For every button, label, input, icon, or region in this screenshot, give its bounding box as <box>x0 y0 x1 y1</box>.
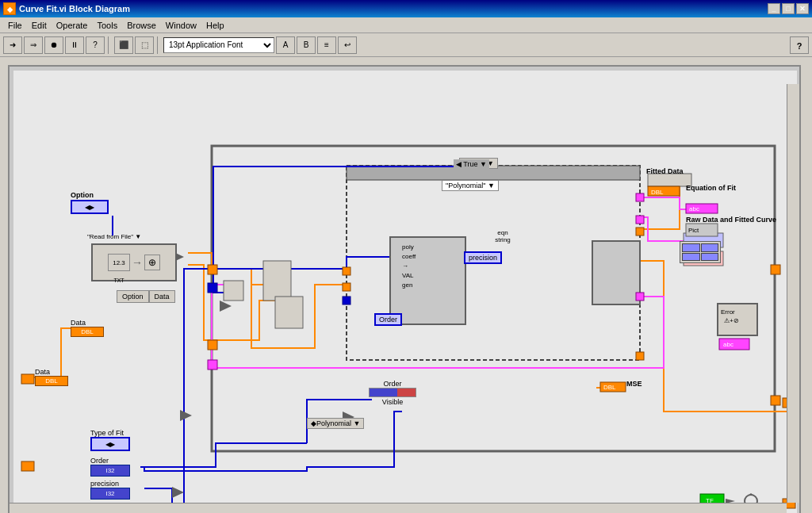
step-over-button[interactable]: ⬛ <box>114 36 133 54</box>
read-file-label: "Read from File" ▼ <box>87 233 141 240</box>
mse-label: MSE <box>626 380 642 388</box>
svg-rect-37 <box>686 204 718 213</box>
eqn-string-label: eqnstring <box>487 229 519 243</box>
option-control[interactable]: ◀▶ <box>71 200 109 214</box>
run-arrow-button[interactable]: ➜ <box>3 36 22 54</box>
window-controls[interactable]: _ □ ✕ <box>768 3 809 14</box>
fitted-data-label: Fitted Data <box>646 167 684 175</box>
close-button[interactable]: ✕ <box>796 3 809 14</box>
svg-rect-26 <box>343 297 350 304</box>
svg-text:gen: gen <box>402 281 412 289</box>
svg-rect-35 <box>648 186 680 196</box>
svg-rect-29 <box>636 216 644 224</box>
option-data-tabs[interactable]: Option Data <box>117 290 175 303</box>
svg-rect-21 <box>208 360 217 369</box>
data-tab[interactable]: Data <box>149 290 175 303</box>
title-bar: ◆ Curve Fit.vi Block Diagram _ □ ✕ <box>0 0 812 17</box>
menu-operate[interactable]: Operate <box>52 19 93 32</box>
xy-graph-cluster <box>680 241 721 263</box>
svg-rect-43 <box>718 304 757 335</box>
svg-rect-12 <box>224 281 243 301</box>
menu-file[interactable]: File <box>3 19 27 32</box>
svg-text:⚠+⊘: ⚠+⊘ <box>724 317 739 324</box>
menu-window[interactable]: Window <box>161 19 201 32</box>
order-node[interactable]: Order <box>374 313 402 326</box>
data-dbl-ctrl[interactable]: DBL <box>71 327 104 337</box>
order-ctrl-label: Order <box>90 457 109 465</box>
precision-ctrl-label: precision <box>90 480 119 488</box>
data-dbl-ind: DBL <box>35 376 68 386</box>
svg-rect-31 <box>636 352 644 360</box>
font-bold-btn[interactable]: B <box>297 36 316 54</box>
svg-rect-30 <box>636 293 644 301</box>
svg-text:coeff: coeff <box>402 253 416 260</box>
menu-help[interactable]: Help <box>201 19 229 32</box>
app-icon: ◆ <box>3 2 16 15</box>
svg-text:VAL: VAL <box>402 272 414 279</box>
svg-rect-24 <box>343 267 350 275</box>
run-broken-button[interactable]: ⇒ <box>24 36 43 54</box>
svg-marker-52 <box>748 493 754 496</box>
menu-bar: File Edit Operate Tools Browse Window He… <box>0 17 812 33</box>
menu-tools[interactable]: Tools <box>92 19 122 32</box>
precision-i32-ctrl[interactable]: I32 <box>90 488 130 500</box>
equation-of-fit-label: Equation of Fit <box>686 184 736 192</box>
precision-node[interactable]: precision <box>464 251 502 264</box>
horizontal-scrollbar[interactable] <box>10 503 787 513</box>
svg-text:DBL: DBL <box>651 189 664 196</box>
vertical-scrollbar[interactable] <box>787 84 799 503</box>
svg-rect-39 <box>686 224 718 236</box>
step-into-button[interactable]: ⬚ <box>135 36 154 54</box>
svg-rect-25 <box>343 283 350 291</box>
diagram-frame: poly coeff → VAL gen <box>8 65 801 513</box>
abort-button[interactable]: ⏺ <box>44 36 63 54</box>
svg-rect-9 <box>592 241 640 304</box>
context-help-button[interactable]: ? <box>790 36 809 54</box>
svg-rect-53 <box>21 461 34 471</box>
diagram-inner[interactable]: poly coeff → VAL gen <box>13 71 797 513</box>
svg-text:abc: abc <box>723 341 733 348</box>
menu-edit[interactable]: Edit <box>27 19 52 32</box>
svg-text:poly: poly <box>402 243 414 251</box>
menu-browse[interactable]: Browse <box>122 19 161 32</box>
svg-rect-3 <box>390 237 465 324</box>
window-title: Curve Fit.vi Block Diagram <box>19 4 130 13</box>
option-label: Option <box>71 191 94 199</box>
help-button[interactable]: ? <box>86 36 105 54</box>
svg-rect-34 <box>648 174 691 186</box>
font-size-btn[interactable]: A <box>276 36 295 54</box>
toolbar-separator <box>108 36 111 54</box>
svg-text:Pict: Pict <box>688 227 699 234</box>
raw-data-fitted-label: Raw Data and Fitted Curve <box>686 216 776 224</box>
maximize-button[interactable]: □ <box>782 3 795 14</box>
polynomial-selector[interactable]: "Polynomial" ▼ <box>442 180 499 191</box>
option-tab[interactable]: Option <box>117 290 149 303</box>
type-fit-ctrl[interactable]: ◀▶ <box>90 437 130 451</box>
polynomial-dropdown[interactable]: ◆Polynomial ▼ <box>307 418 364 429</box>
svg-rect-10 <box>263 261 291 301</box>
toolbar-separator-2 <box>157 36 160 54</box>
toolbar: ➜ ⇒ ⏺ ⏸ ? ⬛ ⬚ 13pt Application Font A B … <box>0 33 812 57</box>
order-visible-area: Order Visible <box>369 380 416 406</box>
minimize-button[interactable]: _ <box>768 3 780 14</box>
svg-rect-18 <box>208 265 217 274</box>
svg-rect-46 <box>719 339 749 350</box>
font-align-btn[interactable]: ≡ <box>317 36 336 54</box>
read-file-block[interactable]: 12.3TXT → ⊕ <box>91 243 177 281</box>
data-ind-label: Data <box>35 368 50 376</box>
svg-rect-22 <box>771 265 780 274</box>
pause-button[interactable]: ⏸ <box>65 36 84 54</box>
svg-rect-23 <box>771 396 780 405</box>
type-fit-label: Type of Fit <box>90 429 124 437</box>
font-extra-btn[interactable]: ↩ <box>338 36 357 54</box>
svg-marker-15 <box>180 410 192 421</box>
data-ctrl-label: Data <box>71 319 86 327</box>
svg-text:Error: Error <box>721 308 735 316</box>
canvas-area: poly coeff → VAL gen <box>0 57 812 513</box>
svg-marker-16 <box>220 301 232 312</box>
svg-text:→: → <box>402 262 408 270</box>
order-i32-ctrl[interactable]: I32 <box>90 465 130 477</box>
svg-rect-41 <box>600 382 626 392</box>
font-selector[interactable]: 13pt Application Font <box>163 37 274 53</box>
svg-rect-27 <box>636 228 644 235</box>
